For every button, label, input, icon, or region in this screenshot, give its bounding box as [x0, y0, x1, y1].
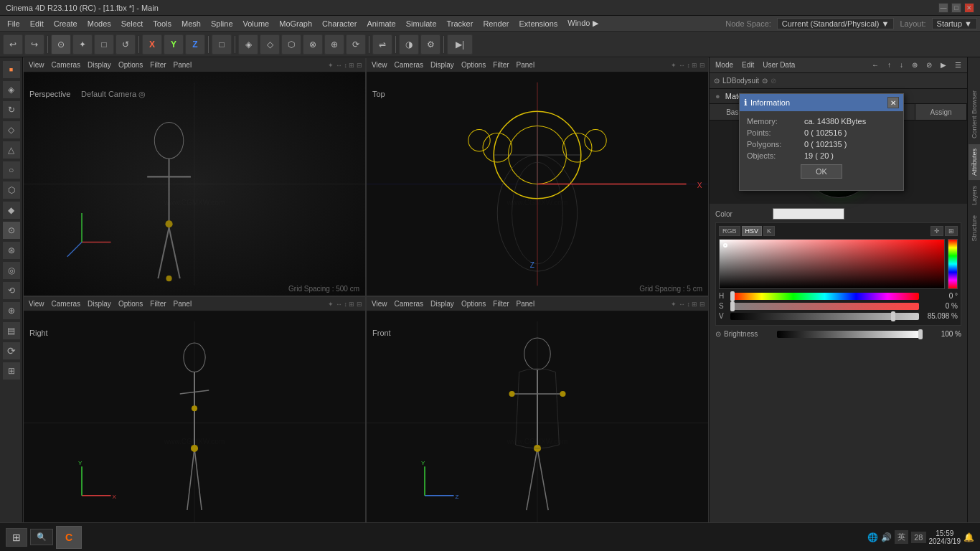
color-mode-hsv[interactable]: HSV: [742, 226, 763, 236]
viewport-right-bg[interactable]: Right: [24, 311, 365, 534]
menu-edit[interactable]: Edit: [26, 18, 48, 29]
vp-filter-menu[interactable]: Filter: [148, 61, 168, 69]
menu-tools[interactable]: Tools: [149, 18, 176, 29]
color-swatch[interactable]: [773, 208, 844, 220]
hue-strip[interactable]: [948, 239, 958, 289]
rp-more[interactable]: ☰: [952, 61, 964, 69]
rp-add[interactable]: ⊕: [909, 61, 920, 69]
left-tool-8[interactable]: ◆: [2, 201, 21, 220]
redo-button[interactable]: ↪: [24, 34, 44, 55]
tray-notification[interactable]: 🔔: [963, 532, 974, 542]
polygon-button[interactable]: ◈: [238, 34, 258, 55]
menu-modes[interactable]: Modes: [83, 18, 116, 29]
viewport-top[interactable]: View Cameras Display Options Filter Pane…: [366, 57, 709, 296]
axis-x-button[interactable]: X: [142, 34, 162, 55]
vr-options[interactable]: Options: [116, 300, 145, 308]
axis-z-button[interactable]: Z: [185, 34, 205, 55]
brightness-track[interactable]: [777, 331, 923, 338]
menu-animate[interactable]: Animate: [362, 18, 400, 29]
rst-layers[interactable]: Layers: [969, 182, 980, 209]
color-picker-gradient[interactable]: [719, 239, 945, 289]
menu-spline[interactable]: Spline: [207, 18, 237, 29]
menu-mograph[interactable]: MoGraph: [275, 18, 316, 29]
rp-up[interactable]: ↑: [885, 61, 894, 69]
v-track[interactable]: [730, 313, 919, 320]
menu-select[interactable]: Select: [117, 18, 148, 29]
menu-character[interactable]: Character: [318, 18, 361, 29]
vf-filter[interactable]: Filter: [491, 300, 511, 308]
color-mode-k[interactable]: K: [763, 226, 775, 236]
viewport-perspective[interactable]: View Cameras Display Options Filter Pane…: [23, 57, 366, 296]
live-selection-button[interactable]: ⊙: [51, 34, 71, 55]
vr-display[interactable]: Display: [85, 300, 113, 308]
vr-cameras[interactable]: Cameras: [50, 300, 83, 308]
move-button[interactable]: ✦: [72, 34, 93, 55]
vf-options[interactable]: Options: [459, 300, 488, 308]
rp-down[interactable]: ↓: [897, 61, 906, 69]
left-tool-11[interactable]: ◎: [2, 261, 21, 280]
rst-structure[interactable]: Structure: [969, 211, 980, 246]
viewport-front-bg[interactable]: Front: [367, 311, 708, 534]
left-tool-10[interactable]: ⊛: [2, 241, 21, 260]
rp-mode[interactable]: Mode: [712, 61, 736, 69]
s-track[interactable]: [730, 303, 919, 310]
vf-panel[interactable]: Panel: [514, 300, 537, 308]
edge-button[interactable]: ◇: [260, 34, 280, 55]
menu-create[interactable]: Create: [50, 18, 82, 29]
axis-y-button[interactable]: Y: [164, 34, 184, 55]
tab-assign[interactable]: Assign: [915, 104, 967, 120]
vt-display[interactable]: Display: [428, 61, 456, 69]
menu-window[interactable]: Windo ▶: [563, 17, 602, 29]
vt-view[interactable]: View: [369, 61, 390, 69]
menu-render[interactable]: Render: [479, 18, 513, 29]
rp-userdata[interactable]: User Data: [760, 61, 798, 69]
left-tool-9[interactable]: ⊙: [2, 221, 21, 240]
rp-remove[interactable]: ⊘: [923, 61, 935, 69]
vr-view[interactable]: View: [27, 300, 47, 308]
vt-filter[interactable]: Filter: [491, 61, 511, 69]
vt-options[interactable]: Options: [459, 61, 488, 69]
scale-button[interactable]: □: [94, 34, 114, 55]
vp-options-menu[interactable]: Options: [116, 61, 145, 69]
menu-volume[interactable]: Volume: [239, 18, 274, 29]
viewport-right[interactable]: View Cameras Display Options Filter Pane…: [23, 296, 366, 535]
color-copy[interactable]: ⊞: [945, 226, 958, 236]
left-tool-2[interactable]: ◈: [2, 80, 21, 99]
left-tool-7[interactable]: ⬡: [2, 181, 21, 199]
maximize-button[interactable]: □: [951, 3, 961, 13]
node-space-dropdown[interactable]: Current (Standard/Physical) ▼: [777, 18, 895, 29]
left-tool-16[interactable]: ⊞: [2, 362, 21, 380]
nurbs-button[interactable]: ⊗: [303, 34, 323, 55]
h-track[interactable]: [730, 293, 919, 300]
rst-content-browser[interactable]: Content Browser: [969, 86, 980, 143]
rp-edit[interactable]: Edit: [739, 61, 757, 69]
snap-button[interactable]: ▶|: [447, 34, 473, 55]
point-button[interactable]: ⬡: [281, 34, 301, 55]
viewport-top-bg[interactable]: Top: [367, 72, 708, 296]
menu-simulate[interactable]: Simulate: [402, 18, 441, 29]
color-eyedropper[interactable]: ✛: [930, 226, 943, 236]
left-tool-6[interactable]: ○: [2, 161, 21, 179]
spline-button[interactable]: ⟳: [346, 34, 366, 55]
left-tool-13[interactable]: ⊕: [2, 301, 21, 320]
viewport-perspective-bg[interactable]: Perspective Default Camera ◎: [24, 72, 365, 296]
start-button[interactable]: ⊞: [6, 528, 27, 547]
vf-display[interactable]: Display: [428, 300, 456, 308]
rotate-button[interactable]: ↺: [116, 34, 136, 55]
vr-filter[interactable]: Filter: [148, 300, 168, 308]
vf-cameras[interactable]: Cameras: [392, 300, 426, 308]
vp-panel-menu[interactable]: Panel: [171, 61, 194, 69]
render-settings-button[interactable]: ⚙: [420, 34, 440, 55]
menu-mesh[interactable]: Mesh: [177, 18, 205, 29]
vt-panel[interactable]: Panel: [514, 61, 537, 69]
vp-view-menu[interactable]: View: [27, 61, 47, 69]
menu-file[interactable]: File: [3, 18, 24, 29]
render-button[interactable]: ◑: [399, 34, 419, 55]
close-button[interactable]: ✕: [964, 3, 974, 13]
vt-cameras[interactable]: Cameras: [392, 61, 426, 69]
undo-button[interactable]: ↩: [3, 34, 23, 55]
info-ok-button[interactable]: OK: [801, 164, 842, 179]
color-mode-rgb[interactable]: RGB: [719, 226, 740, 236]
deformer-button[interactable]: ⊕: [324, 34, 344, 55]
vr-panel[interactable]: Panel: [171, 300, 194, 308]
